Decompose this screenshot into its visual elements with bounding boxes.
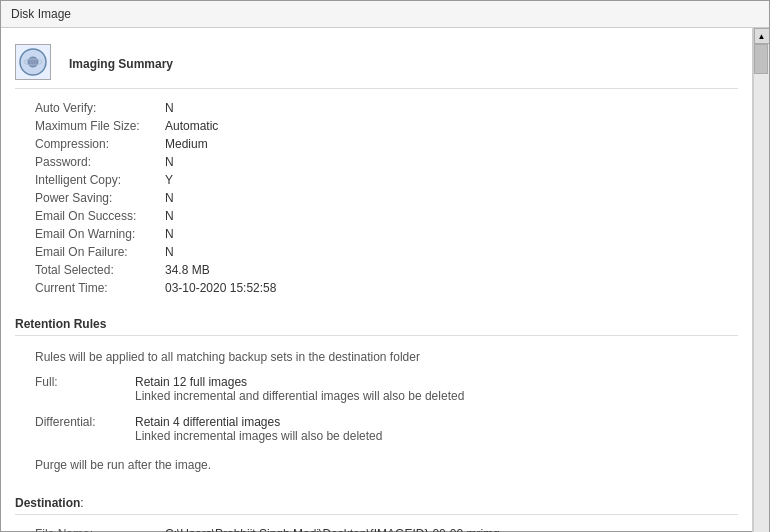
info-row-email-success: Email On Success: N [35,207,738,225]
scroll-thumb[interactable] [754,44,768,74]
info-row-password: Password: N [35,153,738,171]
info-row-total-selected: Total Selected: 34.8 MB [35,261,738,279]
svg-point-1 [28,57,38,67]
retention-rules-section: Retention Rules Rules will be applied to… [15,311,738,480]
main-panel: Imaging Summary Auto Verify: N Maximum F… [1,28,753,532]
info-row-filename: File Name: C:\Users\Prabhjit Singh Modi\… [35,525,738,532]
retention-differential: Differential: Retain 4 differential imag… [35,412,738,446]
imaging-summary-content: Auto Verify: N Maximum File Size: Automa… [15,95,738,301]
main-window: Disk Image [0,0,770,532]
retention-intro: Rules will be applied to all matching ba… [35,346,738,372]
info-row-power-saving: Power Saving: N [35,189,738,207]
imaging-summary-header: Imaging Summary [15,38,738,89]
scroll-up-button[interactable]: ▲ [754,28,770,44]
info-row-email-warning: Email On Warning: N [35,225,738,243]
info-row-current-time: Current Time: 03-10-2020 15:52:58 [35,279,738,297]
info-row-email-failure: Email On Failure: N [35,243,738,261]
info-row-intelligent-copy: Intelligent Copy: Y [35,171,738,189]
retention-full: Full: Retain 12 full images Linked incre… [35,372,738,406]
title-bar: Disk Image [1,1,769,28]
disk-icon [15,44,51,80]
scroll-track[interactable] [754,44,769,532]
retention-rules-header: Retention Rules [15,311,738,336]
info-row-compression: Compression: Medium [35,135,738,153]
info-row-auto-verify: Auto Verify: N [35,99,738,117]
destination-content: File Name: C:\Users\Prabhjit Singh Modi\… [15,521,738,532]
window-title: Disk Image [11,7,71,21]
scrollbar[interactable]: ▲ ▼ [753,28,769,532]
imaging-summary-section: Imaging Summary Auto Verify: N Maximum F… [15,38,738,301]
retention-rules-content: Rules will be applied to all matching ba… [15,342,738,480]
destination-section: Destination: File Name: C:\Users\Prabhji… [15,490,738,532]
purge-note: Purge will be run after the image. [35,454,738,476]
destination-header: Destination: [15,490,738,515]
info-row-max-file-size: Maximum File Size: Automatic [35,117,738,135]
